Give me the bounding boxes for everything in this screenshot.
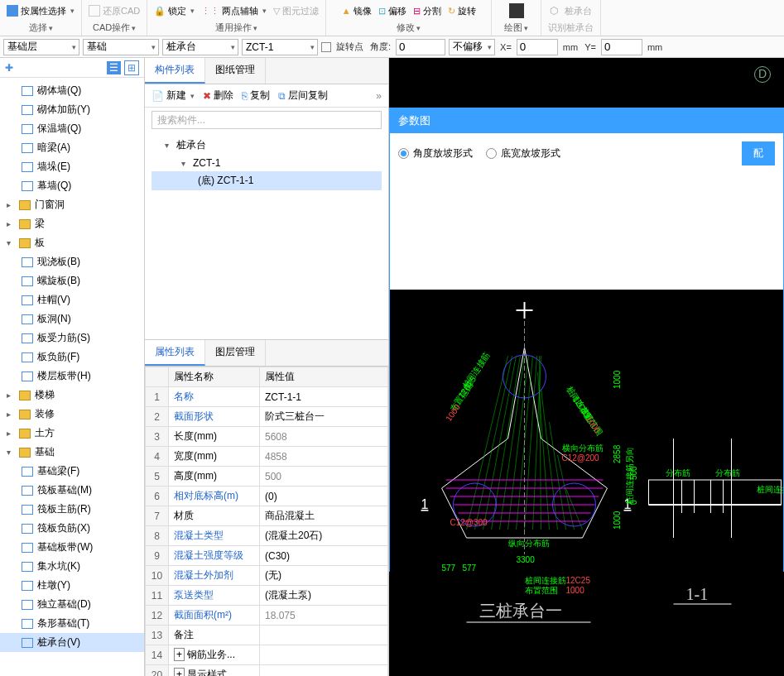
tree-item[interactable]: 现浇板(B) xyxy=(0,252,144,271)
tree-item[interactable]: ▸装修 xyxy=(0,405,144,424)
item-combo[interactable]: ZCT-1 xyxy=(242,39,318,55)
tree-item[interactable]: 板负筋(F) xyxy=(0,348,144,367)
rotate-button[interactable]: ↻旋转 xyxy=(448,5,476,17)
tree-item[interactable]: 独立基础(D) xyxy=(0,595,144,614)
comp-root[interactable]: ▾桩承台 xyxy=(152,136,382,155)
cad-canvas[interactable]: 3300 577 577 1000 1000 2858 桩间连接筋 12C25 … xyxy=(390,290,783,676)
ribbon-label-select[interactable]: 选择 xyxy=(29,22,53,34)
tree-item[interactable]: 基础板带(W) xyxy=(0,538,144,557)
lock-button[interactable]: 🔒锁定 xyxy=(154,5,195,17)
radio-angle-slope[interactable]: 角度放坡形式 xyxy=(398,146,473,161)
tree-item-label: 土方 xyxy=(35,426,55,440)
category-combo[interactable]: 基础 xyxy=(83,39,159,55)
tree-item[interactable]: 筏板负筋(X) xyxy=(0,519,144,538)
list-view-icon[interactable]: ☰ xyxy=(107,61,121,74)
ribbon-label-general[interactable]: 通用操作 xyxy=(215,22,257,34)
property-row[interactable]: 5高度(mm)500 xyxy=(146,467,388,487)
property-row[interactable]: 3长度(mm)5608 xyxy=(146,427,388,447)
tab-prop-list[interactable]: 属性列表 xyxy=(145,340,205,366)
ribbon-label-modify[interactable]: 修改 xyxy=(397,22,421,34)
tree-item[interactable]: ▾基础 xyxy=(0,443,144,462)
tree-item[interactable]: 砌体加筋(Y) xyxy=(0,100,144,119)
tree-item[interactable]: 柱帽(V) xyxy=(0,290,144,309)
ribbon-label-cad[interactable]: CAD操作 xyxy=(93,22,136,34)
type-combo[interactable]: 桩承台 xyxy=(162,39,238,55)
delete-icon: ✖ xyxy=(203,90,211,102)
attr-select-button[interactable]: 按属性选择 xyxy=(7,5,75,17)
tree-item[interactable]: 暗梁(A) xyxy=(0,138,144,157)
tree-item[interactable]: 板洞(N) xyxy=(0,309,144,328)
item-icon xyxy=(22,543,33,553)
radio-width-slope[interactable]: 底宽放坡形式 xyxy=(486,146,560,161)
tree-item[interactable]: 柱墩(Y) xyxy=(0,576,144,595)
property-row[interactable]: 1名称ZCT-1-1 xyxy=(146,387,388,407)
tree-item-label: 装修 xyxy=(35,407,55,421)
angle-input[interactable] xyxy=(396,39,445,55)
tree-item[interactable]: 筏板主筋(R) xyxy=(0,500,144,519)
tree-item[interactable]: 基础梁(F) xyxy=(0,462,144,481)
x-label: X= xyxy=(500,42,512,52)
tree-item-label: 板洞(N) xyxy=(37,312,71,326)
cad-viewport[interactable]: D 参数图 角度放坡形式 底宽放坡形式 配 xyxy=(389,58,784,676)
tree-item[interactable]: 筏板基础(M) xyxy=(0,481,144,500)
tree-item[interactable]: 砌体墙(Q) xyxy=(0,81,144,100)
tab-layer-manage[interactable]: 图层管理 xyxy=(205,340,266,366)
config-button[interactable]: 配 xyxy=(742,141,775,165)
tab-components[interactable]: 构件列表 xyxy=(145,58,205,84)
offset-combo[interactable]: 不偏移 xyxy=(449,39,495,55)
tree-item[interactable]: 幕墙(Q) xyxy=(0,176,144,195)
tree-item[interactable]: ▸土方 xyxy=(0,424,144,443)
tree-item[interactable]: 桩承台(V) xyxy=(0,633,144,652)
copy-button[interactable]: ⎘复制 xyxy=(242,89,270,103)
add-icon[interactable]: ✚ xyxy=(5,62,13,74)
tree-item[interactable]: ▸楼梯 xyxy=(0,386,144,405)
offset-button[interactable]: ⊡偏移 xyxy=(378,5,406,17)
split-button[interactable]: ⊟分割 xyxy=(413,5,441,17)
tree-item[interactable]: 集水坑(K) xyxy=(0,557,144,576)
property-row[interactable]: 9混凝土强度等级(C30) xyxy=(146,546,388,566)
grid-view-icon[interactable]: ⊞ xyxy=(124,60,139,75)
property-row[interactable]: 6相对底标高(m)(0) xyxy=(146,487,388,506)
tree-item[interactable]: ▸梁 xyxy=(0,214,144,233)
tab-drawings[interactable]: 图纸管理 xyxy=(205,58,266,84)
two-point-axis-button[interactable]: ⋮⋮两点辅轴 xyxy=(201,5,267,17)
tree-item[interactable]: 板受力筋(S) xyxy=(0,328,144,348)
draw-icon[interactable] xyxy=(509,3,524,18)
mirror-button[interactable]: ▲镜像 xyxy=(342,5,372,17)
x-input[interactable] xyxy=(517,39,558,55)
property-row[interactable]: 13备注 xyxy=(146,626,388,645)
comp-zct1[interactable]: ▾ZCT-1 xyxy=(152,155,382,171)
layer-copy-button[interactable]: ⧉层间复制 xyxy=(278,89,328,103)
ribbon-label-draw[interactable]: 绘图 xyxy=(504,22,528,34)
property-row[interactable]: 14+钢筋业务... xyxy=(146,645,388,665)
property-row[interactable]: 12截面面积(m²)18.075 xyxy=(146,606,388,626)
delete-button[interactable]: ✖删除 xyxy=(203,89,233,103)
svg-line-2 xyxy=(475,356,512,530)
tree-item[interactable]: 保温墙(Q) xyxy=(0,119,144,138)
tree-item[interactable]: 墙垛(E) xyxy=(0,157,144,176)
folder-icon xyxy=(19,410,31,420)
property-row[interactable]: 11泵送类型(混凝土泵) xyxy=(146,586,388,606)
tree-item[interactable]: 螺旋板(B) xyxy=(0,271,144,290)
property-row[interactable]: 2截面形状阶式三桩台一 xyxy=(146,407,388,427)
search-input[interactable]: 搜索构件... xyxy=(152,111,382,129)
tree-item[interactable]: ▸门窗洞 xyxy=(0,195,144,214)
property-row[interactable]: 7材质商品混凝土 xyxy=(146,506,388,526)
property-row[interactable]: 8混凝土类型(混凝土20石) xyxy=(146,526,388,546)
new-button[interactable]: 📄新建 xyxy=(152,89,195,103)
y-input[interactable] xyxy=(601,39,642,55)
tree-item-label: 板负筋(F) xyxy=(37,350,79,364)
property-row[interactable]: 20+显示样式 xyxy=(146,665,388,677)
rotate-checkbox[interactable] xyxy=(321,42,331,52)
layer-combo[interactable]: 基础层 xyxy=(3,39,79,55)
property-row[interactable]: 4宽度(mm)4858 xyxy=(146,447,388,467)
filter-button[interactable]: ▽图元过滤 xyxy=(273,5,319,17)
restore-cad-button[interactable]: 还原CAD xyxy=(89,5,140,17)
comp-zct1-1[interactable]: (底) ZCT-1-1 xyxy=(152,171,382,190)
property-row[interactable]: 10混凝土外加剂(无) xyxy=(146,566,388,586)
tree-item[interactable]: 条形基础(T) xyxy=(0,614,144,633)
svg-text:纵向分布筋: 纵向分布筋 xyxy=(508,539,550,548)
tree-item[interactable]: 楼层板带(H) xyxy=(0,367,144,386)
tree-item[interactable]: ▾板 xyxy=(0,233,144,252)
mid-toolbar-more[interactable]: » xyxy=(376,90,382,102)
